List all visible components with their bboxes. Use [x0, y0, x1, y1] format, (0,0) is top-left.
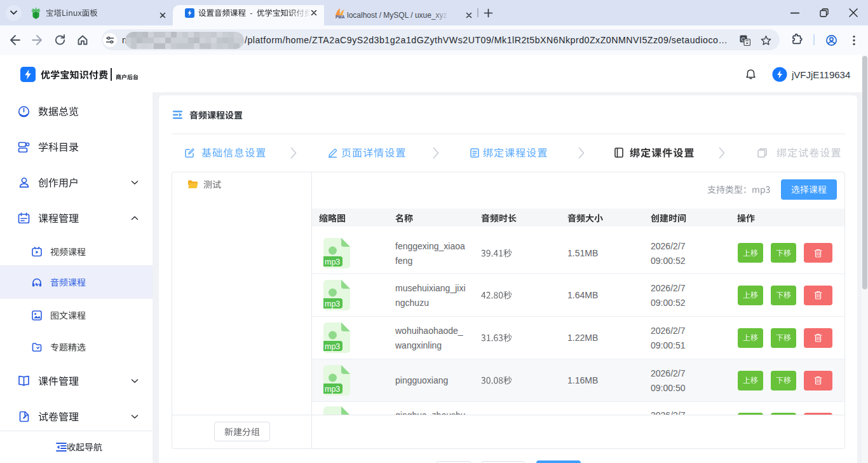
svg-text:PMA: PMA [336, 15, 345, 19]
svg-text:mp3: mp3 [325, 300, 340, 308]
svg-text:mp3: mp3 [325, 258, 340, 266]
svg-text:mp3: mp3 [325, 342, 340, 351]
svg-text:mp3: mp3 [325, 385, 340, 394]
